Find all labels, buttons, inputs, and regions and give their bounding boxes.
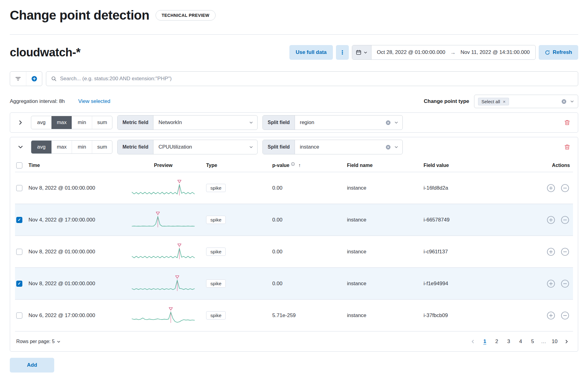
type-badge: spike: [206, 279, 226, 288]
rows-per-page-button[interactable]: Rows per page: 5: [16, 339, 61, 344]
filter-for-value-button[interactable]: [546, 311, 556, 320]
chevron-down-icon: [18, 144, 23, 150]
page-4-button[interactable]: 4: [515, 336, 526, 347]
function-avg-button[interactable]: avg: [31, 141, 51, 153]
chevron-down-icon: [394, 145, 398, 149]
info-icon[interactable]: [291, 162, 295, 166]
clear-field-icon[interactable]: [386, 145, 391, 150]
row-field-name: instance: [332, 217, 408, 223]
filter-for-value-button[interactable]: [546, 279, 556, 289]
calendar-icon: [356, 50, 361, 55]
add-filter-button[interactable]: [26, 72, 42, 86]
row-pvalue: 0.00: [258, 217, 332, 223]
next-page-button[interactable]: [561, 336, 572, 347]
page-1-button[interactable]: 1: [480, 336, 490, 347]
column-header-type[interactable]: Type: [206, 163, 258, 168]
clear-field-icon[interactable]: [386, 120, 391, 125]
filter-button[interactable]: [10, 72, 26, 86]
metric-field-label: Metric field: [118, 115, 153, 130]
function-min-button[interactable]: min: [72, 141, 92, 153]
function-max-button[interactable]: max: [51, 141, 72, 153]
page-5-button[interactable]: 5: [527, 336, 538, 347]
split-field-value: instance: [295, 144, 386, 150]
clear-selection-icon[interactable]: [561, 99, 567, 104]
column-header-time[interactable]: Time: [28, 163, 120, 168]
date-range-fields: Oct 28, 2022 @ 01:00:00.000 → Nov 11, 20…: [371, 45, 535, 59]
search-input[interactable]: [60, 76, 573, 82]
table-row: Nov 8, 2022 @ 01:00:00.000 spike 0.00 in…: [15, 268, 573, 300]
row-time: Nov 8, 2022 @ 01:00:00.000: [28, 249, 120, 255]
quick-select-button[interactable]: [352, 45, 371, 59]
search-input-container: [46, 71, 578, 86]
expand-config-button[interactable]: [15, 117, 26, 128]
filter-for-value-button[interactable]: [546, 183, 556, 193]
row-time: Nov 8, 2022 @ 01:00:00.000: [28, 281, 120, 287]
filter-out-value-button[interactable]: [560, 215, 570, 225]
row-checkbox[interactable]: [16, 185, 22, 191]
add-config-button[interactable]: Add: [10, 358, 54, 373]
meta-row: Aggregation interval: 8h View selected C…: [10, 95, 578, 108]
page-title: Change point detection: [10, 8, 149, 23]
row-field-value: i-66578749: [408, 217, 500, 223]
function-avg-button[interactable]: avg: [31, 116, 51, 129]
remove-tag-icon[interactable]: ×: [503, 99, 506, 104]
selected-type-tag[interactable]: Select all ×: [478, 98, 509, 105]
row-checkbox[interactable]: [16, 281, 22, 287]
row-field-name: instance: [332, 185, 408, 191]
row-field-value: i-c961f137: [408, 249, 500, 255]
row-field-value: i-f1e94994: [408, 281, 500, 287]
plus-in-circle-icon: [31, 76, 37, 82]
use-full-data-button[interactable]: Use full data: [289, 45, 333, 60]
row-checkbox[interactable]: [16, 312, 22, 319]
function-sum-button[interactable]: sum: [92, 116, 112, 129]
refresh-button[interactable]: Refresh: [539, 45, 578, 60]
selected-type-label: Select all: [481, 99, 500, 104]
function-min-button[interactable]: min: [72, 116, 92, 129]
trash-icon: [564, 144, 570, 150]
delete-config-button[interactable]: [561, 141, 573, 153]
table-row: Nov 8, 2022 @ 01:00:00.000 spike 0.00 in…: [15, 236, 573, 268]
chevron-down-icon[interactable]: [570, 99, 574, 104]
row-pvalue: 0.00: [258, 281, 332, 287]
date-start-field[interactable]: Oct 28, 2022 @ 01:00:00.000: [377, 49, 445, 55]
collapse-config-button[interactable]: [15, 142, 26, 153]
filter-out-value-button[interactable]: [560, 183, 570, 193]
filter-for-value-button[interactable]: [546, 215, 556, 225]
row-checkbox[interactable]: [16, 249, 22, 255]
column-header-pvalue[interactable]: p-value ↑: [258, 163, 332, 168]
view-selected-link[interactable]: View selected: [78, 98, 111, 104]
chevron-right-icon: [18, 120, 23, 125]
split-field-label: Split field: [263, 140, 295, 154]
column-header-field-name[interactable]: Field name: [332, 163, 408, 168]
page-3-button[interactable]: 3: [503, 336, 514, 347]
chevron-down-icon: [57, 340, 61, 344]
table-row: Nov 6, 2022 @ 17:00:00.000 spike 5.71e-2…: [15, 300, 573, 331]
table-row: Nov 4, 2022 @ 17:00:00.000 spike 0.00 in…: [15, 204, 573, 236]
column-header-field-value[interactable]: Field value: [408, 163, 500, 168]
filter-for-value-button[interactable]: [546, 247, 556, 257]
page-10-button[interactable]: 10: [549, 336, 560, 347]
function-max-button[interactable]: max: [51, 116, 72, 129]
change-point-type-combobox[interactable]: Select all ×: [474, 95, 578, 108]
table-footer: Rows per page: 5 1 2 3 4 5 … 10: [15, 331, 573, 349]
row-time: Nov 4, 2022 @ 17:00:00.000: [28, 217, 120, 223]
chevron-down-icon: [394, 120, 398, 125]
metric-field-select[interactable]: Metric field CPUUtilization: [117, 140, 258, 154]
page-2-button[interactable]: 2: [492, 336, 502, 347]
delete-config-button[interactable]: [561, 117, 573, 128]
filter-out-value-button[interactable]: [560, 247, 570, 257]
previous-page-button[interactable]: [468, 336, 478, 347]
function-sum-button[interactable]: sum: [92, 141, 112, 153]
table-row: Nov 8, 2022 @ 01:00:00.000 spike 0.00 in…: [15, 172, 573, 204]
column-header-actions: Actions: [500, 163, 573, 168]
metric-field-value: CPUUtilization: [153, 144, 249, 150]
filter-out-value-button[interactable]: [560, 311, 570, 320]
query-menu-button[interactable]: [336, 45, 349, 60]
row-checkbox[interactable]: [16, 217, 22, 223]
split-field-combobox[interactable]: Split field region: [262, 115, 403, 130]
select-all-checkbox[interactable]: [16, 162, 22, 168]
date-end-field[interactable]: Nov 11, 2022 @ 14:31:00.000: [461, 49, 530, 55]
filter-out-value-button[interactable]: [560, 279, 570, 289]
split-field-combobox[interactable]: Split field instance: [262, 140, 403, 154]
metric-field-select[interactable]: Metric field NetworkIn: [117, 115, 258, 130]
